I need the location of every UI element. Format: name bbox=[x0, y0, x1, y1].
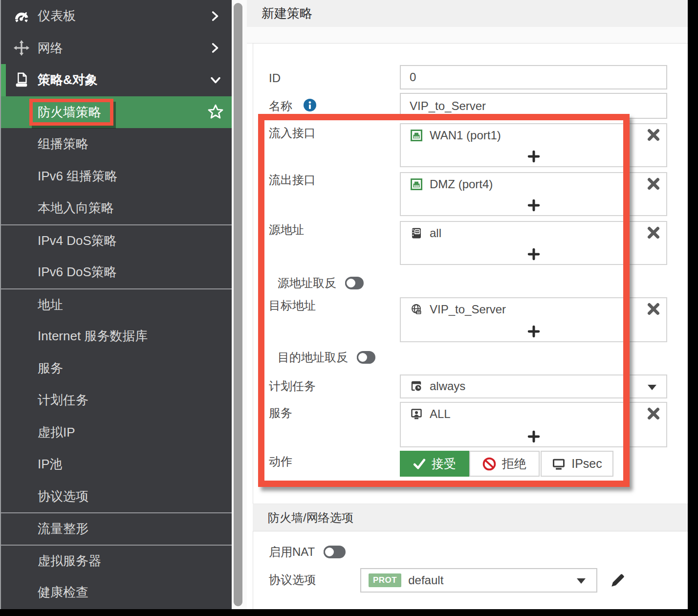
incoming-interface-value: WAN1 (port1) bbox=[430, 129, 501, 142]
sidebar-item-internet-service-db[interactable]: Internet 服务数据库 bbox=[1, 320, 232, 352]
incoming-interface-entry[interactable]: WAN1 (port1) bbox=[411, 129, 501, 142]
monitor-icon bbox=[552, 457, 566, 471]
info-icon[interactable] bbox=[304, 99, 316, 111]
action-segmented-control: 接受 拒绝 IPsec bbox=[400, 451, 613, 477]
schedule-caret-down-icon[interactable] bbox=[648, 384, 656, 390]
service-add-icon[interactable] bbox=[527, 430, 540, 443]
vip-globe-icon bbox=[411, 304, 422, 315]
destination-address-remove-icon[interactable] bbox=[647, 302, 660, 316]
service-select[interactable]: ALL bbox=[400, 402, 667, 447]
incoming-interface-add-icon[interactable] bbox=[527, 150, 540, 163]
sidebar-item-health-check[interactable]: 健康检查 bbox=[1, 576, 232, 609]
sidebar-item-schedules[interactable]: 计划任务 bbox=[1, 384, 232, 417]
sidebar-item-local-in-policy[interactable]: 本地入向策略 bbox=[1, 192, 232, 224]
sidebar-item-multicast-policy[interactable]: 组播策略 bbox=[1, 128, 232, 160]
address-book-icon bbox=[411, 227, 422, 239]
action-ipsec-button[interactable]: IPsec bbox=[541, 451, 613, 477]
nat-row: 启用NAT bbox=[269, 544, 346, 560]
sidebar-item-label: 虚拟服务器 bbox=[38, 552, 101, 570]
outgoing-interface-entry[interactable]: DMZ (port4) bbox=[411, 177, 493, 191]
name-input[interactable]: VIP_to_Server bbox=[400, 93, 667, 119]
move-arrows-icon bbox=[13, 39, 30, 57]
sidebar-item-network[interactable]: 网络 bbox=[1, 32, 232, 65]
sidebar-item-addresses[interactable]: 地址 bbox=[1, 288, 232, 321]
chevron-down-icon bbox=[210, 75, 221, 86]
sidebar-item-label: IPv6 DoS策略 bbox=[38, 264, 117, 281]
protocol-options-label: 协议选项 bbox=[269, 573, 316, 587]
outgoing-interface-remove-icon[interactable] bbox=[647, 177, 660, 191]
id-value: 0 bbox=[410, 70, 416, 84]
gauge-icon bbox=[13, 7, 30, 25]
protocol-options-value: default bbox=[408, 573, 443, 587]
protocol-caret-down-icon[interactable] bbox=[577, 577, 586, 583]
outgoing-interface-select[interactable]: DMZ (port4) bbox=[400, 172, 667, 216]
sidebar-item-label: Internet 服务数据库 bbox=[38, 328, 148, 345]
negate-destination-toggle[interactable] bbox=[357, 351, 375, 364]
ethernet-port-icon bbox=[411, 130, 422, 141]
destination-address-select[interactable]: VIP_to_Server bbox=[400, 297, 667, 342]
incoming-interface-label: 流入接口 bbox=[269, 126, 316, 140]
sidebar-item-dashboard[interactable]: 仪表板 bbox=[1, 0, 232, 32]
sidebar-item-policy-objects[interactable]: 策略&对象 bbox=[1, 64, 232, 96]
sidebar: 仪表板网络策略&对象防火墙策略组播策略IPv6 组播策略本地入向策略IPv4 D… bbox=[0, 0, 232, 609]
ethernet-port-icon bbox=[411, 178, 422, 190]
sidebar-item-traffic-shaping[interactable]: 流量整形 bbox=[1, 512, 232, 545]
sidebar-nav: 仪表板网络策略&对象防火墙策略组播策略IPv6 组播策略本地入向策略IPv4 D… bbox=[1, 0, 232, 609]
source-address-value: all bbox=[430, 226, 441, 240]
destination-address-add-icon[interactable] bbox=[527, 325, 540, 338]
sidebar-scrollbar-track[interactable] bbox=[232, 0, 247, 609]
negate-destination-row: 目的地址取反 bbox=[278, 350, 375, 365]
sidebar-item-label: 网络 bbox=[38, 40, 63, 57]
sidebar-item-ipv6-multicast-policy[interactable]: IPv6 组播策略 bbox=[1, 160, 232, 193]
section-title: 防火墙/网络选项 bbox=[268, 510, 353, 526]
protocol-options-dropdown[interactable]: PROT default bbox=[360, 568, 597, 593]
deny-icon bbox=[482, 457, 496, 471]
sidebar-item-ipv6-dos-policy[interactable]: IPv6 DoS策略 bbox=[1, 256, 232, 288]
schedule-dropdown[interactable]: always bbox=[400, 374, 667, 398]
sidebar-item-label: 服务 bbox=[38, 360, 63, 377]
sidebar-item-virtual-ips[interactable]: 虚拟IP bbox=[1, 417, 232, 449]
sidebar-item-label: 地址 bbox=[38, 296, 63, 313]
page-header: 新建策略 bbox=[247, 0, 688, 27]
sidebar-item-services[interactable]: 服务 bbox=[1, 352, 232, 385]
negate-source-toggle[interactable] bbox=[345, 277, 364, 289]
sidebar-item-ipv4-dos-policy[interactable]: IPv4 DoS策略 bbox=[1, 224, 232, 257]
action-accept-button[interactable]: 接受 bbox=[400, 451, 469, 477]
schedule-value: always bbox=[430, 379, 465, 393]
id-label: ID bbox=[269, 71, 281, 85]
action-deny-button[interactable]: 拒绝 bbox=[469, 451, 540, 477]
source-address-entry[interactable]: all bbox=[411, 226, 441, 240]
service-remove-icon[interactable] bbox=[647, 407, 660, 420]
service-label: 服务 bbox=[269, 406, 292, 420]
service-entry[interactable]: ALL bbox=[411, 407, 451, 421]
firewall-admin-window: 仪表板网络策略&对象防火墙策略组播策略IPv6 组播策略本地入向策略IPv4 D… bbox=[0, 0, 698, 616]
sidebar-item-virtual-servers[interactable]: 虚拟服务器 bbox=[1, 545, 232, 577]
destination-address-value: VIP_to_Server bbox=[430, 303, 506, 316]
source-address-select[interactable]: all bbox=[400, 221, 667, 265]
schedule-entry[interactable]: always bbox=[411, 379, 465, 393]
star-icon[interactable] bbox=[207, 104, 224, 120]
sidebar-item-protocol-options[interactable]: 协议选项 bbox=[1, 481, 232, 513]
name-value: VIP_to_Server bbox=[410, 99, 486, 113]
firewall-network-options-header: 防火墙/网络选项 bbox=[253, 504, 688, 531]
outgoing-interface-add-icon[interactable] bbox=[527, 199, 540, 212]
incoming-interface-select[interactable]: WAN1 (port1) bbox=[400, 123, 667, 167]
header-sub-band bbox=[247, 27, 688, 44]
nat-toggle[interactable] bbox=[324, 546, 346, 558]
source-address-add-icon[interactable] bbox=[527, 248, 540, 261]
name-label: 名称 bbox=[269, 97, 316, 113]
outgoing-interface-value: DMZ (port4) bbox=[430, 177, 493, 191]
negate-destination-label: 目的地址取反 bbox=[278, 350, 348, 365]
page-title: 新建策略 bbox=[262, 5, 312, 22]
sidebar-item-firewall-policy[interactable]: 防火墙策略 bbox=[1, 96, 232, 129]
window-edge-right bbox=[688, 0, 698, 616]
sidebar-item-label: 仪表板 bbox=[38, 7, 76, 24]
destination-address-entry[interactable]: VIP_to_Server bbox=[411, 303, 506, 316]
incoming-interface-remove-icon[interactable] bbox=[647, 128, 660, 142]
id-input[interactable]: 0 bbox=[400, 65, 667, 89]
nat-label: 启用NAT bbox=[269, 544, 315, 560]
sidebar-scrollbar-thumb[interactable] bbox=[234, 3, 242, 606]
sidebar-item-ip-pools[interactable]: IP池 bbox=[1, 448, 232, 481]
edit-pencil-icon[interactable] bbox=[610, 572, 626, 589]
source-address-remove-icon[interactable] bbox=[647, 226, 660, 240]
